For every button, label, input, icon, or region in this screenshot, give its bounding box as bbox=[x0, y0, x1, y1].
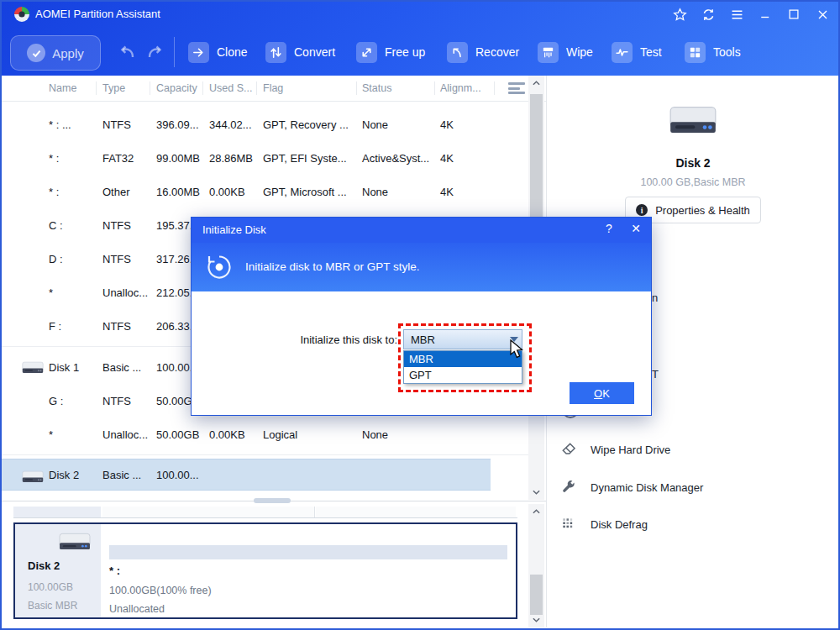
cell-used: 344.02... bbox=[209, 118, 252, 131]
cell-name: G : bbox=[49, 395, 63, 407]
column-header-useds[interactable]: Used S... bbox=[209, 82, 252, 94]
cell-capacity: 100.00... bbox=[156, 469, 199, 481]
check-icon bbox=[27, 44, 45, 62]
cell-status: None bbox=[362, 428, 388, 441]
partition-size: 100.00GB(100% free) bbox=[109, 585, 212, 596]
disk-image bbox=[669, 104, 717, 138]
scroll-down-icon[interactable] bbox=[528, 612, 544, 627]
toolbar-button-test[interactable]: Test bbox=[612, 41, 662, 63]
combobox-value: MBR bbox=[411, 333, 435, 346]
cell-capacity: 396.09... bbox=[156, 118, 199, 131]
cell-name: D : bbox=[49, 253, 63, 265]
cell-capacity: 50.00GB bbox=[156, 428, 199, 441]
column-header-type[interactable]: Type bbox=[102, 82, 125, 94]
partition-row-[interactable]: * :FAT3299.00MB28.86MBGPT, EFI Syste...A… bbox=[0, 141, 528, 175]
toolbar-button-wipe[interactable]: Wipe bbox=[538, 41, 593, 63]
tools-icon bbox=[685, 42, 706, 63]
header: AOMEI Partition Assistant bbox=[0, 0, 840, 76]
column-divider bbox=[356, 81, 357, 95]
column-header-flag[interactable]: Flag bbox=[263, 82, 283, 94]
partition-row-[interactable]: * :Other16.00MB0.00KBGPT, Microsoft ...N… bbox=[0, 175, 528, 208]
disk-icon bbox=[59, 532, 91, 553]
clone-icon bbox=[188, 42, 209, 63]
dialog-titlebar[interactable]: Initialize Disk ? ✕ bbox=[192, 218, 651, 243]
apply-button[interactable]: Apply bbox=[10, 35, 101, 71]
cell-alignment: 4K bbox=[440, 152, 454, 165]
dialog-close-icon[interactable]: ✕ bbox=[628, 222, 643, 235]
column-header-capacity[interactable]: Capacity bbox=[156, 82, 197, 94]
cell-type: Basic ... bbox=[102, 469, 141, 481]
info-icon: i bbox=[636, 204, 648, 216]
mouse-cursor bbox=[510, 339, 525, 361]
window-title: AOMEI Partition Assistant bbox=[35, 8, 160, 20]
dialog-banner: Initialize disk to MBR or GPT style. bbox=[192, 243, 651, 291]
cell-name: Disk 1 bbox=[49, 361, 79, 374]
partition-row-[interactable]: * : ...NTFS396.09...344.02...GPT, Recove… bbox=[0, 108, 528, 141]
cell-name: Disk 2 bbox=[49, 469, 79, 481]
toolbar-button-tools[interactable]: Tools bbox=[685, 41, 741, 63]
redo-icon[interactable] bbox=[144, 45, 165, 61]
freeup-icon bbox=[356, 42, 377, 63]
disk-style-combobox[interactable]: MBR bbox=[403, 329, 522, 349]
toolbar-button-free-up[interactable]: Free up bbox=[356, 41, 425, 63]
column-divider bbox=[150, 81, 150, 95]
favorite-icon[interactable] bbox=[665, 0, 694, 29]
disk-style: Basic MBR bbox=[28, 600, 77, 612]
cell-name: * : bbox=[49, 152, 59, 165]
cell-type: Unalloc... bbox=[102, 286, 148, 299]
minimize-icon[interactable] bbox=[751, 0, 780, 29]
toolbar-button-label: Clone bbox=[217, 45, 248, 59]
view-options-icon[interactable] bbox=[508, 82, 525, 94]
toolbar-separator bbox=[174, 37, 175, 67]
ok-button[interactable]: OK bbox=[570, 382, 634, 404]
sidebar-item-wipe-hard-drive[interactable]: Wipe Hard Drive bbox=[560, 439, 670, 459]
disk2-panel-label: Disk 2 100.00GB Basic MBR bbox=[15, 524, 101, 617]
cell-capacity: 99.00MB bbox=[156, 152, 200, 165]
cell-alignment: 4K bbox=[440, 118, 454, 131]
dropdown-option-mbr[interactable]: MBR bbox=[404, 351, 522, 367]
dialog-help-icon[interactable]: ? bbox=[601, 222, 617, 235]
scrollbar-thumb[interactable] bbox=[530, 575, 543, 615]
combobox-dropdown: MBRGPT bbox=[403, 350, 522, 384]
close-icon[interactable] bbox=[808, 0, 837, 29]
refresh-icon[interactable] bbox=[694, 0, 722, 29]
column-header-name[interactable]: Name bbox=[49, 82, 76, 94]
cell-flag: GPT, Microsoft ... bbox=[263, 186, 347, 198]
scroll-down-icon[interactable] bbox=[528, 485, 544, 500]
bottom-scrollbar[interactable] bbox=[528, 504, 544, 627]
sidebar-item-disk-defrag[interactable]: Disk Defrag bbox=[560, 514, 648, 534]
sidebar-disk-title: Disk 2 bbox=[547, 156, 839, 170]
toolbar-button-recover[interactable]: Recover bbox=[447, 41, 519, 63]
column-divider bbox=[434, 81, 435, 95]
disk2-panel[interactable]: Disk 2 100.00GB Basic MBR * : 100.00GB(1… bbox=[13, 522, 517, 619]
sidebar-item-dynamic-disk-manager[interactable]: Dynamic Disk Manager bbox=[560, 477, 703, 497]
disk-defrag-icon bbox=[560, 516, 577, 533]
cell-type: Unalloc... bbox=[102, 428, 148, 441]
divider-handle[interactable] bbox=[254, 498, 291, 503]
wipe-icon bbox=[538, 42, 559, 63]
menu-icon[interactable] bbox=[722, 0, 751, 29]
partition-bar[interactable] bbox=[109, 545, 507, 559]
cell-name: * : bbox=[49, 186, 59, 198]
partition-row-[interactable]: *Unalloc...50.00GB0.00KBLogicalNone bbox=[0, 417, 528, 451]
column-divider bbox=[256, 81, 257, 95]
column-header-alignm[interactable]: Alignm... bbox=[440, 82, 481, 94]
cell-type: Other bbox=[102, 186, 130, 198]
titlebar: AOMEI Partition Assistant bbox=[0, 0, 840, 29]
column-header-status[interactable]: Status bbox=[362, 82, 391, 94]
cell-alignment: 4K bbox=[440, 186, 454, 198]
scroll-up-icon[interactable] bbox=[528, 76, 544, 91]
initialize-disk-dialog: Initialize Disk ? ✕ Initialize disk to M… bbox=[191, 217, 652, 416]
maximize-icon[interactable] bbox=[780, 0, 808, 29]
undo-icon[interactable] bbox=[118, 45, 138, 61]
partition-name: * : bbox=[109, 564, 120, 577]
scroll-up-icon[interactable] bbox=[528, 504, 544, 519]
disk-row-disk2[interactable]: Disk 2Basic ...100.00... bbox=[0, 459, 491, 491]
cell-status: Active&Syst... bbox=[362, 152, 429, 165]
dropdown-option-gpt[interactable]: GPT bbox=[404, 367, 522, 383]
disk-icon bbox=[22, 360, 44, 375]
toolbar-button-clone[interactable]: Clone bbox=[188, 41, 248, 63]
cell-capacity: 16.00MB bbox=[156, 186, 200, 198]
disk-size: 100.00GB bbox=[28, 581, 73, 593]
toolbar-button-convert[interactable]: Convert bbox=[265, 41, 335, 63]
